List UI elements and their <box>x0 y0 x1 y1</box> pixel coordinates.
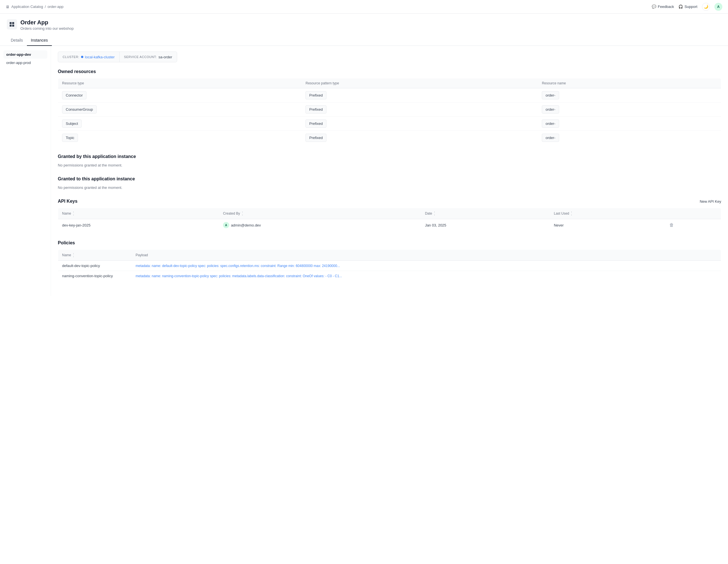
resource-name-badge: order- <box>542 120 559 128</box>
creator-email: admin@demo.dev <box>231 223 261 227</box>
col-resource-type: Resource type <box>58 78 302 88</box>
theme-toggle-button[interactable]: 🌙 <box>702 3 710 11</box>
policy-row: naming-convention-topic-policy metadata:… <box>58 271 721 281</box>
col-name: Name <box>58 208 219 219</box>
policy-name-sort-icon[interactable] <box>73 253 74 258</box>
app-subtitle: Orders coming into our webshop <box>20 26 74 31</box>
resource-type-badge: Subject <box>62 120 82 128</box>
sidebar: order-app-dev order-app-prod <box>0 46 51 296</box>
resource-type-badge: ConsumerGroup <box>62 105 97 114</box>
col-payload: Payload <box>132 250 721 261</box>
api-keys-header-row: Name Created By Date Last Used <box>58 208 721 219</box>
created-by-cell: A admin@demo.dev <box>223 222 417 228</box>
table-header-row: Resource type Resource pattern type Reso… <box>58 78 721 88</box>
resource-pattern-cell: Prefixed <box>302 88 538 103</box>
api-key-last-used: Never <box>550 219 665 231</box>
col-resource-pattern: Resource pattern type <box>302 78 538 88</box>
app-title: Order App <box>20 19 74 26</box>
resource-type-cell: Topic <box>58 131 302 145</box>
svg-rect-2 <box>10 25 12 27</box>
delete-key-button[interactable]: 🗑 <box>669 223 674 228</box>
policy-name[interactable]: default-dev-topic-policy <box>58 261 132 271</box>
main-content: CLUSTER: local-kafka-cluster SERVICE ACC… <box>51 46 728 296</box>
resource-pattern-badge: Prefixed <box>305 91 326 99</box>
created-by-sort-icon[interactable] <box>242 211 243 216</box>
resource-name-cell: order- <box>538 88 721 103</box>
api-key-actions: 🗑 <box>665 219 721 231</box>
support-button[interactable]: 🎧 Support <box>678 5 697 9</box>
tab-details[interactable]: Details <box>7 35 27 46</box>
resource-pattern-cell: Prefixed <box>302 103 538 117</box>
policies-title: Policies <box>58 241 721 246</box>
content: order-app-dev order-app-prod CLUSTER: lo… <box>0 46 728 296</box>
cluster-value[interactable]: local-kafka-cluster <box>85 55 115 59</box>
policy-payload: metadata: name: naming-convention-topic-… <box>132 271 721 281</box>
topnav: 🖥 Application Catalog / order-app 💬 Feed… <box>0 0 728 14</box>
granted-to-section: Granted to this application instance No … <box>58 176 721 190</box>
policies-section: Policies Name Payload default-dev-topic-… <box>58 241 721 281</box>
api-keys-title: API Keys <box>58 199 77 204</box>
breadcrumb-current: order-app <box>48 5 63 9</box>
api-keys-header: API Keys New API Key <box>58 199 721 204</box>
resource-name-cell: order- <box>538 103 721 117</box>
policy-payload: metadata: name: default-dev-topic-policy… <box>132 261 721 271</box>
resource-type-badge: Connector <box>62 91 86 99</box>
api-keys-table: Name Created By Date Last Used <box>58 208 721 231</box>
owned-resources-table: Resource type Resource pattern type Reso… <box>58 78 721 145</box>
policies-table: Name Payload default-dev-topic-policy me… <box>58 250 721 281</box>
resource-name-badge: order- <box>542 105 559 114</box>
granted-by-empty: No permissions granted at the moment. <box>58 163 721 167</box>
table-row: Topic Prefixed order- <box>58 131 721 145</box>
new-api-key-button[interactable]: New API Key <box>700 199 721 204</box>
cluster-label: CLUSTER: <box>63 55 79 59</box>
breadcrumb-separator: / <box>45 5 46 9</box>
support-label: Support <box>684 5 697 9</box>
service-account-label: SERVICE ACCOUNT: <box>124 55 157 59</box>
resource-name-cell: order- <box>538 117 721 131</box>
date-sort-icon[interactable] <box>434 211 435 216</box>
resource-name-badge: order- <box>542 91 559 99</box>
api-key-row: dev-key-jan-2025 A admin@demo.dev Jan 03… <box>58 219 721 231</box>
topnav-right: 💬 Feedback 🎧 Support 🌙 A <box>652 3 722 11</box>
granted-by-section: Granted by this application instance No … <box>58 154 721 167</box>
svg-rect-1 <box>12 22 14 24</box>
resource-pattern-badge: Prefixed <box>305 120 326 128</box>
resource-name-badge: order- <box>542 134 559 142</box>
policy-row: default-dev-topic-policy metadata: name:… <box>58 261 721 271</box>
col-policy-name: Name <box>58 250 132 261</box>
app-icon-small: 🖥 <box>6 5 10 9</box>
feedback-button[interactable]: 💬 Feedback <box>652 5 674 9</box>
policies-header-row: Name Payload <box>58 250 721 261</box>
breadcrumb-root[interactable]: Application Catalog <box>11 5 43 9</box>
sidebar-item-dev[interactable]: order-app-dev <box>3 50 47 59</box>
service-account-item: SERVICE ACCOUNT: sa-order <box>120 53 177 61</box>
app-icon <box>7 19 17 29</box>
last-used-sort-icon[interactable] <box>571 211 572 216</box>
app-info: Order App Orders coming into our webshop <box>20 19 74 31</box>
col-actions <box>665 208 721 219</box>
resource-type-badge: Topic <box>62 134 78 142</box>
granted-to-title: Granted to this application instance <box>58 176 721 182</box>
resource-pattern-cell: Prefixed <box>302 131 538 145</box>
table-row: ConsumerGroup Prefixed order- <box>58 103 721 117</box>
owned-resources-section: Owned resources Resource type Resource p… <box>58 69 721 145</box>
name-sort-icon[interactable] <box>73 211 74 216</box>
resource-name-cell: order- <box>538 131 721 145</box>
api-key-date: Jan 03, 2025 <box>421 219 550 231</box>
tab-instances[interactable]: Instances <box>27 35 52 46</box>
sidebar-item-prod[interactable]: order-app-prod <box>3 59 47 67</box>
breadcrumb: 🖥 Application Catalog / order-app <box>6 5 63 9</box>
resource-type-cell: ConsumerGroup <box>58 103 302 117</box>
api-keys-section: API Keys New API Key Name Created By Dat… <box>58 199 721 231</box>
cluster-status-dot <box>81 56 83 58</box>
api-key-name: dev-key-jan-2025 <box>58 219 219 231</box>
api-key-created-by: A admin@demo.dev <box>219 219 421 231</box>
resource-type-cell: Connector <box>58 88 302 103</box>
tabs: Details Instances <box>0 35 728 46</box>
cluster-bar: CLUSTER: local-kafka-cluster SERVICE ACC… <box>58 52 177 62</box>
avatar: A <box>714 3 722 11</box>
policy-name[interactable]: naming-convention-topic-policy <box>58 271 132 281</box>
resource-pattern-cell: Prefixed <box>302 117 538 131</box>
resource-pattern-badge: Prefixed <box>305 105 326 114</box>
cluster-item: CLUSTER: local-kafka-cluster <box>58 53 119 61</box>
